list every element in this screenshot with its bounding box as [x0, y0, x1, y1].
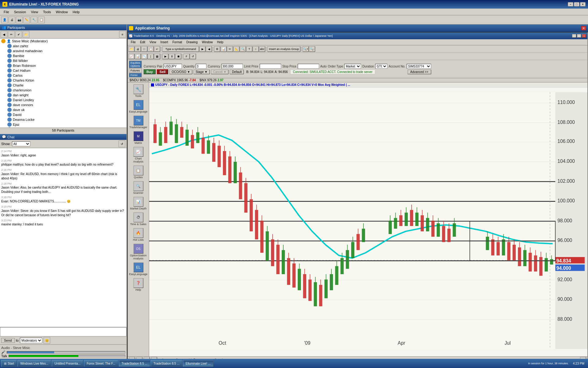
ts-min[interactable]: _	[572, 34, 576, 38]
ts-menu-format[interactable]: Format	[171, 40, 184, 44]
ts-tb2-4[interactable]: |	[148, 54, 154, 59]
oco-button[interactable]: OCO/OSO ▼	[169, 70, 192, 74]
ts-close[interactable]: ×	[582, 34, 586, 38]
participants-tool-5[interactable]: ≡	[119, 31, 126, 38]
chat-emoji[interactable]: 😊	[43, 337, 50, 344]
tool-tools[interactable]: 🔧 Tools	[129, 84, 148, 98]
ts-tb1-7[interactable]: 📊	[221, 46, 227, 52]
stop-price-input[interactable]	[298, 64, 319, 69]
toolbar-btn-2[interactable]: 🖨	[9, 17, 15, 23]
equities-tab[interactable]: EquitiesOptions	[129, 61, 142, 68]
ts-symbol-input[interactable]: Type a symbol/command	[162, 46, 199, 52]
currency-input[interactable]	[221, 64, 243, 69]
futures-tab[interactable]: Futures	[129, 68, 142, 73]
toolbar-btn-1[interactable]: 👤	[1, 17, 8, 23]
ts-menu-help[interactable]: Help	[215, 40, 225, 44]
tool-quotes[interactable]: 📋 Quotes	[129, 165, 148, 179]
ts-tb1-11[interactable]: T	[246, 46, 252, 52]
tool-timesales[interactable]: ⏱ Time & Sales	[129, 212, 148, 226]
ts-zoom-out[interactable]: 🔍-	[309, 46, 315, 52]
taskbar-presentation[interactable]: Untitled Presenta...	[52, 360, 83, 367]
ts-tb2-1[interactable]: 📈	[128, 54, 134, 59]
tool-trademgr[interactable]: TM TradeManager	[129, 115, 148, 129]
tool-chartanalysis[interactable]: 📈 Chart Analysis	[129, 146, 148, 164]
quantity-input[interactable]	[196, 64, 206, 69]
ts-tb1-1[interactable]: 📁	[128, 46, 134, 52]
ts-tb1-13[interactable]: abc	[259, 46, 265, 52]
menu-window[interactable]: Window	[53, 10, 70, 14]
chat-recipient[interactable]: Moderators	[20, 338, 42, 343]
tool-scanner[interactable]: 🔍 Scanner	[129, 181, 148, 195]
toolbar-btn-6[interactable]: 📋	[38, 17, 45, 23]
chat-tool-refresh[interactable]: ↺	[119, 140, 125, 147]
tool-optionstation[interactable]: OS OptionStation Analysis	[129, 243, 148, 261]
duration-select[interactable]: GTC	[375, 64, 387, 69]
ts-tb1-3[interactable]: □	[141, 46, 147, 52]
ts-tb2-7[interactable]: ⏸	[169, 54, 175, 59]
ts-menu-edit[interactable]: Edit	[138, 40, 147, 44]
order-type-select[interactable]: Market	[344, 64, 361, 69]
taskbar-winlive[interactable]: Windows Live Mes...	[17, 360, 51, 367]
ts-format[interactable]: F	[183, 54, 190, 59]
participants-tool-3[interactable]: ✔	[15, 31, 22, 38]
ts-tb2-8[interactable]: ⏹	[175, 54, 181, 59]
default-button[interactable]: Default	[230, 70, 244, 74]
insert-analysis[interactable]: Insert an Analysis Group	[267, 46, 300, 52]
chat-filter[interactable]: All	[12, 141, 30, 146]
ts-tb2-2[interactable]: 📊	[135, 54, 141, 59]
advanced-button[interactable]: Advanced >>	[408, 70, 431, 74]
ts-zoom-in[interactable]: 🔍+	[303, 46, 309, 52]
ts-tb1-8[interactable]: ✏	[227, 46, 233, 52]
tool-easylang[interactable]: EL EasyLanguage	[129, 99, 148, 114]
send-button[interactable]: Send	[1, 338, 15, 343]
tool-easylang2[interactable]: EL EasyLanguage	[129, 262, 148, 276]
participants-tool-1[interactable]: ◀	[1, 31, 7, 38]
ts-tb1-6[interactable]: ⚙	[214, 46, 220, 52]
ts-tb1-9[interactable]: 📐	[233, 46, 239, 52]
toolbar-btn-4[interactable]: ✏️	[23, 17, 30, 23]
taskbar-elluminate[interactable]: Elluminate Live! ...	[183, 360, 213, 367]
participants-tool-4[interactable]: 📁	[23, 31, 29, 38]
taskbar-ts2[interactable]: TradeStation 8.5 ...	[151, 360, 182, 367]
ts-menu-insert[interactable]: Insert	[159, 40, 170, 44]
taskbar-ts1[interactable]: TradeStation 8.5 ...	[119, 360, 150, 367]
ts-menu-window[interactable]: Window	[200, 40, 215, 44]
tool-help[interactable]: ❓ Help	[129, 278, 148, 292]
limit-price-input[interactable]	[260, 64, 281, 69]
start-button[interactable]: ⊞ Start	[1, 360, 17, 367]
toolbar-btn-3[interactable]: 📷	[16, 17, 23, 23]
ts-menu-file[interactable]: File	[129, 40, 138, 44]
ts-go[interactable]: ▶	[199, 46, 205, 52]
ts-refresh[interactable]: ↺	[190, 54, 196, 59]
ts-tb2-5[interactable]: ▦	[154, 54, 160, 59]
menu-help[interactable]: Help	[70, 10, 82, 14]
stage-button[interactable]: Stage ▼	[194, 70, 210, 74]
chat-input[interactable]	[0, 327, 126, 336]
ts-max[interactable]: □	[577, 34, 581, 38]
ts-tb1-5[interactable]: ↩	[154, 46, 160, 52]
menu-session[interactable]: Session	[12, 10, 28, 14]
ts-tb1-4[interactable]: 📋	[148, 46, 154, 52]
forex-tab[interactable]: Forex	[129, 73, 142, 77]
ts-menu-view[interactable]: View	[148, 40, 158, 44]
ts-menu-drawing[interactable]: Drawing	[185, 40, 200, 44]
sell-button[interactable]: Sell	[157, 69, 168, 74]
cancel-button[interactable]: Cancel ▼	[211, 70, 229, 74]
participants-tool-2[interactable]: ✏	[8, 31, 15, 38]
menu-file[interactable]: File	[1, 10, 12, 14]
toolbar-btn-5[interactable]: 🔧	[31, 17, 37, 23]
taskbar-forexstreet[interactable]: Forex Street: The F...	[84, 360, 118, 367]
account-select[interactable]: SIMS33774	[407, 64, 431, 69]
ts-tb2-6[interactable]: ▶	[162, 54, 168, 59]
buy-button[interactable]: Buy	[144, 69, 156, 74]
ts-tb1-12[interactable]: ○	[253, 46, 259, 52]
ts-tb1-2[interactable]: 🖨	[135, 46, 141, 52]
tool-matrix[interactable]: M Matrix	[129, 131, 148, 145]
currency-pair-input[interactable]	[164, 64, 182, 69]
minimize-btn[interactable]: −	[568, 2, 573, 6]
ts-tb2-3[interactable]: 📉	[141, 54, 147, 59]
app-sharing-close[interactable]: ×	[581, 26, 586, 30]
ts-tb1-10[interactable]: 🔍	[240, 46, 246, 52]
tool-mktdepth[interactable]: 📊 Market Depth	[129, 196, 148, 211]
menu-view[interactable]: View	[28, 10, 41, 14]
